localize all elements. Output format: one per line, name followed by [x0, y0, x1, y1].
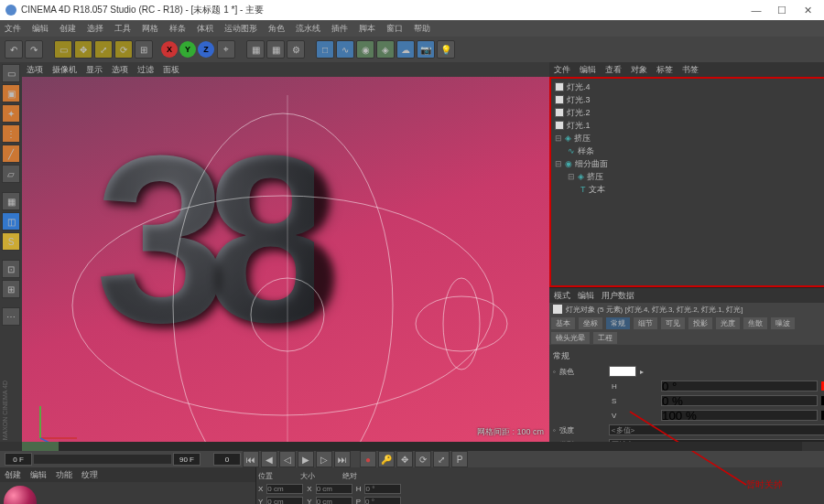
obj-row-text[interactable]: T文本 [553, 183, 824, 196]
camera-button[interactable]: 📷 [417, 40, 435, 59]
object-manager[interactable]: 灯光.4 灯光.3 灯光.2 灯光.1 ⊟◈挤压 ∿样条 ⊟◉细分曲面 ⊟◈挤压… [549, 77, 824, 287]
subtab-shadow[interactable]: 投影 [688, 317, 712, 329]
select-tool[interactable]: ▭ [54, 40, 72, 59]
environment-button[interactable]: ☁ [396, 40, 415, 59]
dropdown-icon[interactable]: ▸ [640, 368, 644, 376]
menu-select[interactable]: 选择 [87, 23, 103, 35]
axis-y-icon[interactable]: Y [179, 41, 196, 58]
timeline-ruler[interactable] [0, 442, 824, 451]
color-swatch[interactable] [609, 366, 636, 377]
subtab-general[interactable]: 常规 [606, 317, 630, 329]
subtab-project[interactable]: 工程 [593, 332, 617, 344]
menu-script[interactable]: 脚本 [359, 23, 375, 35]
goto-end-button[interactable]: ⏭ [334, 451, 351, 467]
obj-tab-object[interactable]: 对象 [631, 64, 647, 76]
subtab-visible[interactable]: 可见 [661, 317, 685, 329]
obj-row-sds[interactable]: ⊟◉细分曲面 [553, 157, 824, 170]
menu-tools[interactable]: 工具 [114, 23, 131, 35]
mat-tab-create[interactable]: 创建 [5, 469, 21, 481]
render-settings[interactable]: ⚙ [287, 40, 305, 59]
menu-volume[interactable]: 体积 [197, 23, 213, 35]
rot-h-input[interactable] [364, 484, 401, 494]
material-preview[interactable] [4, 486, 37, 504]
mat-tab-texture[interactable]: 纹理 [81, 469, 98, 481]
deformer-button[interactable]: ◈ [376, 40, 395, 59]
vp-tab-display[interactable]: 显示 [86, 64, 103, 76]
rot-p-input[interactable] [364, 497, 401, 505]
vp-tab-camera[interactable]: 摄像机 [52, 64, 77, 76]
vp-tab-filter[interactable]: 过滤 [137, 64, 154, 76]
render-region[interactable]: ▦ [266, 40, 285, 59]
viewport-3d[interactable]: 38 网格间距 : 100 cm [22, 77, 549, 442]
next-key-button[interactable]: ▷ [316, 451, 332, 467]
menu-plugins[interactable]: 插件 [331, 23, 348, 35]
edge-mode[interactable]: ╱ [2, 145, 20, 163]
vp-tab-options[interactable]: 选项 [27, 64, 43, 76]
uv-point-mode[interactable]: ◫ [2, 212, 20, 231]
rotate-tool[interactable]: ⟳ [114, 40, 133, 59]
obj-row-spline[interactable]: ∿样条 [553, 145, 824, 157]
quantize-button[interactable]: ⋯ [2, 307, 20, 326]
subtab-caustic[interactable]: 焦散 [743, 317, 767, 329]
render-view[interactable]: ▦ [246, 40, 265, 59]
subtab-detail[interactable]: 细节 [634, 317, 657, 329]
subtab-noise[interactable]: 噪波 [771, 317, 795, 329]
subtab-photo[interactable]: 光度 [716, 317, 740, 329]
size-y-input[interactable] [316, 497, 352, 505]
obj-tab-bookmarks[interactable]: 书签 [682, 64, 699, 76]
scale-tool[interactable]: ⤢ [94, 40, 113, 59]
menu-spline[interactable]: 样条 [169, 23, 186, 35]
texture-mode[interactable]: ▦ [2, 192, 20, 210]
undo-button[interactable]: ↶ [5, 40, 23, 59]
key-scale-button[interactable]: ⤢ [433, 451, 450, 467]
spline-button[interactable]: ∿ [336, 40, 354, 59]
close-button[interactable]: ✕ [796, 2, 819, 18]
frame-cur-input[interactable] [213, 453, 241, 466]
frame-start-input[interactable] [5, 453, 32, 466]
minimize-button[interactable]: — [744, 2, 768, 18]
obj-row-light2[interactable]: 灯光.2 [553, 106, 824, 119]
vp-tab-view[interactable]: 选项 [112, 64, 128, 76]
timeline-range-handle[interactable] [22, 442, 59, 451]
obj-row-light4[interactable]: 灯光.4 [553, 80, 824, 93]
obj-tab-view[interactable]: 查看 [605, 64, 622, 76]
menu-pipeline[interactable]: 流水线 [296, 23, 320, 35]
maximize-button[interactable]: ☐ [770, 2, 794, 18]
axis-mode[interactable]: ✦ [2, 104, 20, 123]
obj-tab-file[interactable]: 文件 [554, 64, 570, 76]
obj-row-light3[interactable]: 灯光.3 [553, 93, 824, 106]
model-mode[interactable]: ▭ [2, 64, 20, 82]
pos-y-input[interactable] [266, 497, 303, 505]
obj-tab-tags[interactable]: 标签 [656, 64, 673, 76]
axis-z-icon[interactable]: Z [198, 41, 214, 58]
frame-end-input[interactable] [173, 453, 201, 466]
obj-row-light1[interactable]: 灯光.1 [553, 119, 824, 132]
record-button[interactable]: ● [360, 451, 376, 467]
sat-input[interactable] [661, 395, 818, 406]
obj-tab-edit[interactable]: 编辑 [580, 64, 596, 76]
mat-tab-func[interactable]: 功能 [56, 469, 72, 481]
key-rot-button[interactable]: ⟳ [415, 451, 431, 467]
object-mode[interactable]: ▣ [2, 84, 20, 102]
snap-button[interactable]: ⊡ [2, 260, 20, 278]
subtab-basic[interactable]: 基本 [551, 317, 575, 329]
redo-button[interactable]: ↷ [25, 40, 43, 59]
point-mode[interactable]: ⋮ [2, 124, 20, 143]
obj-row-extrude1[interactable]: ⊟◈挤压 [553, 132, 824, 145]
menu-file[interactable]: 文件 [5, 23, 21, 35]
goto-start-button[interactable]: ⏮ [243, 451, 259, 467]
key-pos-button[interactable]: ✥ [396, 451, 413, 467]
subtab-lensflare[interactable]: 镜头光晕 [551, 332, 590, 344]
menu-help[interactable]: 帮助 [414, 23, 430, 35]
menu-create[interactable]: 创建 [60, 23, 76, 35]
size-x-input[interactable] [316, 484, 352, 494]
mat-tab-edit[interactable]: 编辑 [30, 469, 47, 481]
attr-tab-userdata[interactable]: 用户数据 [602, 290, 634, 302]
menu-mograph[interactable]: 运动图形 [224, 23, 257, 35]
menu-window[interactable]: 窗口 [386, 23, 403, 35]
move-tool[interactable]: ✥ [74, 40, 92, 59]
key-param-button[interactable]: P [451, 451, 468, 467]
generator-button[interactable]: ◉ [356, 40, 374, 59]
menu-character[interactable]: 角色 [268, 23, 285, 35]
coord-system[interactable]: ⌖ [217, 40, 235, 59]
